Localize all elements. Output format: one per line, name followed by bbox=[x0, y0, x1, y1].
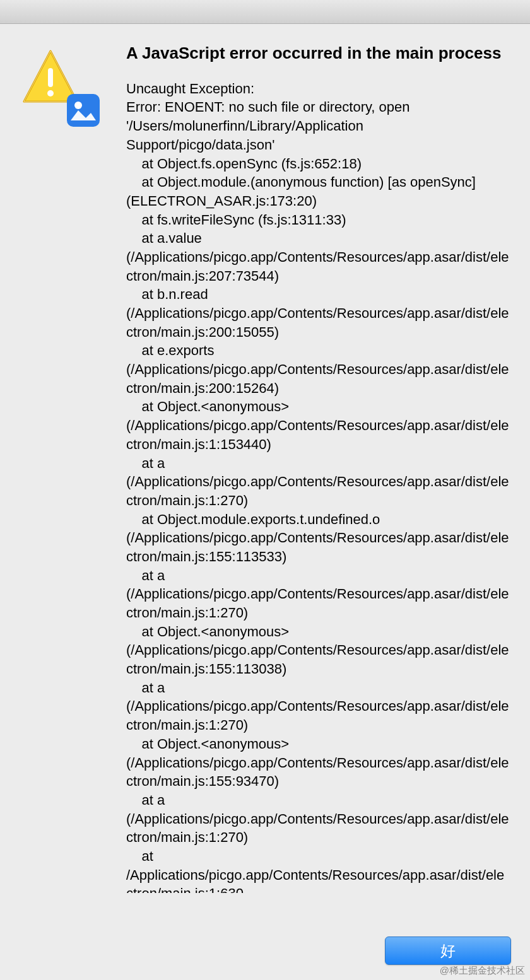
watermark: @稀土掘金技术社区 bbox=[440, 965, 525, 977]
window-titlebar bbox=[0, 0, 530, 24]
dialog-body: A JavaScript error occurred in the main … bbox=[0, 24, 530, 893]
content-column: A JavaScript error occurred in the main … bbox=[107, 43, 511, 893]
dialog-icon bbox=[19, 46, 95, 122]
button-row: 好 bbox=[385, 936, 511, 965]
dialog-title: A JavaScript error occurred in the main … bbox=[126, 43, 511, 64]
ok-button[interactable]: 好 bbox=[385, 936, 511, 965]
error-message: Uncaught Exception: Error: ENOENT: no su… bbox=[126, 79, 511, 893]
svg-point-1 bbox=[47, 90, 54, 96]
svg-rect-2 bbox=[67, 94, 100, 127]
icon-column bbox=[19, 43, 107, 893]
svg-point-3 bbox=[74, 102, 82, 109]
svg-rect-0 bbox=[48, 68, 53, 87]
app-icon bbox=[66, 93, 101, 128]
